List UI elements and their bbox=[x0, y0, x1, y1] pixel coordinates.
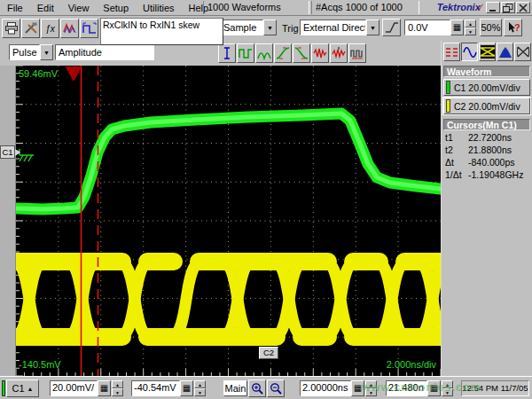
waveform-view-button[interactable] bbox=[461, 43, 478, 61]
trigger-slope-button[interactable] bbox=[382, 19, 401, 36]
double-peak-icon bbox=[257, 46, 271, 60]
menu-setup[interactable]: Setup bbox=[96, 1, 136, 15]
keypad-icon: ▦ bbox=[100, 383, 108, 393]
spin-down-icon[interactable]: ▼ bbox=[465, 27, 476, 35]
right-panel: Waveform C1 20.00mV/div C2 20.00mV/div C… bbox=[441, 41, 532, 376]
menu-utilities[interactable]: Utilities bbox=[136, 1, 181, 15]
noise-burst-icon bbox=[313, 46, 327, 60]
spin-up-icon[interactable]: ▲ bbox=[465, 20, 476, 27]
channel-select-button[interactable]: C1 ▲ bbox=[6, 379, 39, 397]
vertical-offset-keypad-button[interactable]: ▦ bbox=[180, 380, 193, 396]
waveform-count-readout: 1000 Waveforms bbox=[203, 1, 309, 14]
trigger-level-spinner[interactable]: ▲▼ bbox=[465, 20, 476, 35]
clock-readout: 12:54 PM 11/7/05 bbox=[461, 380, 529, 396]
minimize-button[interactable] bbox=[486, 2, 500, 13]
cursor-row-inv-dt: 1/Δt-1.19048GHz bbox=[445, 168, 530, 181]
horizontal-position-spinner[interactable]: ▲▼ bbox=[442, 380, 453, 396]
trigger-level-keypad-button[interactable]: ▦ bbox=[450, 20, 464, 35]
menu-edit[interactable]: Edit bbox=[30, 1, 61, 15]
mask-test-button[interactable] bbox=[514, 43, 531, 61]
eye-pattern-icon bbox=[481, 45, 495, 59]
channel-c1-button[interactable]: C1 20.00mV/div bbox=[443, 79, 530, 96]
trigger-level-input[interactable]: 0.0V bbox=[404, 20, 450, 35]
acquisition-mode-dropdown-icon[interactable]: ▼ bbox=[263, 20, 277, 35]
measurement-tooltip: RxClkIN to RxIN1 skew bbox=[100, 18, 223, 45]
keypad-icon: ▦ bbox=[183, 383, 191, 393]
cursor-readouts: t122.7200ns t221.8800ns Δt-840.000ps 1/Δ… bbox=[445, 131, 530, 181]
horizontal-scale-keypad-button[interactable]: ▦ bbox=[351, 380, 364, 396]
main-view-button[interactable]: Main bbox=[223, 380, 247, 396]
fall-time-icon bbox=[294, 46, 309, 60]
print-button[interactable] bbox=[2, 19, 20, 38]
meas-noise-button[interactable] bbox=[311, 43, 329, 63]
meas-burst-button[interactable] bbox=[255, 43, 273, 63]
vertical-offset-spinner[interactable]: ▲▼ bbox=[194, 380, 206, 396]
context-help-button[interactable]: ? bbox=[504, 19, 522, 36]
meas-pulse-train-button[interactable] bbox=[348, 43, 366, 63]
waveform-icon bbox=[63, 22, 77, 35]
measurement-category-dropdown-icon[interactable]: ▼ bbox=[40, 44, 53, 60]
math-function-button[interactable]: ƒx bbox=[41, 19, 59, 38]
c1-position-marker[interactable]: C1 bbox=[0, 145, 15, 159]
meas-jitter-button[interactable] bbox=[330, 43, 348, 63]
meas-period-button[interactable] bbox=[237, 43, 254, 63]
measurement-category-select[interactable]: Pulse ▼ bbox=[9, 44, 53, 60]
waveform-panel-header: Waveform bbox=[443, 66, 530, 77]
meas-amplitude-button[interactable] bbox=[218, 43, 236, 63]
keypad-icon: ▦ bbox=[453, 22, 461, 32]
zoom-out-button[interactable] bbox=[267, 379, 285, 397]
waveform-display: 59.46mV -140.5mV 2.000ns/div C2 bbox=[16, 66, 441, 376]
meas-fall-time-button[interactable] bbox=[293, 43, 310, 63]
waveform-button[interactable] bbox=[60, 19, 79, 38]
menu-bar: File Edit View Setup Utilities Help 1000… bbox=[0, 0, 532, 16]
set-50-percent-button[interactable]: 50% bbox=[480, 19, 502, 36]
help-pointer-icon: ? bbox=[506, 21, 520, 34]
keypad-icon: ▦ bbox=[430, 383, 438, 393]
scope-canvas[interactable] bbox=[16, 66, 441, 376]
measurement-select[interactable]: Amplitude bbox=[55, 44, 154, 60]
amplitude-icon bbox=[221, 46, 233, 60]
close-button[interactable] bbox=[516, 2, 530, 13]
pulse-icon bbox=[82, 22, 97, 35]
pulse-capture-button[interactable] bbox=[80, 19, 98, 38]
graticule-left-margin bbox=[0, 66, 16, 376]
vertical-scale-input[interactable]: 20.00mV/ bbox=[50, 380, 98, 396]
menu-file[interactable]: File bbox=[0, 1, 30, 15]
acquisition-toolbar: ƒx Sample ▼ Trig External Direct ▼ 0.0V … bbox=[0, 16, 532, 41]
eye-pattern-button[interactable] bbox=[479, 43, 496, 61]
meas-rise-time-button[interactable] bbox=[274, 43, 292, 63]
oscilloscope-app: File Edit View Setup Utilities Help 1000… bbox=[0, 0, 532, 399]
histogram-icon bbox=[498, 45, 512, 59]
chevron-up-icon: ▲ bbox=[27, 386, 34, 392]
horizontal-position-keypad-button[interactable]: ▦ bbox=[427, 380, 441, 396]
acquisition-mode-select[interactable]: Sample ▼ bbox=[220, 20, 277, 35]
vertical-offset-input[interactable]: -40.54mV bbox=[131, 380, 180, 396]
cursors-panel-header: Cursors(Mn C1) bbox=[443, 119, 530, 130]
vertical-scale-keypad-button[interactable]: ▦ bbox=[98, 380, 111, 396]
svg-text:?: ? bbox=[514, 22, 520, 33]
horizontal-scale-input[interactable]: 2.00000ns bbox=[300, 380, 351, 396]
trigger-source-select[interactable]: External Direct ▼ bbox=[300, 20, 379, 35]
magnifier-minus-icon bbox=[270, 382, 283, 395]
horizontal-position-input[interactable]: 21.480n bbox=[386, 380, 427, 396]
cursor-row-t2: t221.8800ns bbox=[445, 144, 530, 156]
keypad-icon: ▦ bbox=[354, 383, 362, 393]
zoom-in-button[interactable] bbox=[248, 379, 266, 397]
trigger-source-dropdown-icon[interactable]: ▼ bbox=[366, 20, 379, 35]
horizontal-status-bar: C1 ▲ 20.00mV/ ▦ ▲▼ -40.54mV ▦ ▲▼ Main 2.… bbox=[0, 376, 532, 399]
tools-icon bbox=[24, 22, 38, 35]
channel-c2-button[interactable]: C2 20.00mV/div bbox=[443, 98, 530, 114]
restore-icon bbox=[503, 4, 513, 12]
setup-tools-button[interactable] bbox=[21, 19, 40, 38]
restore-button[interactable] bbox=[501, 2, 515, 13]
histogram-button[interactable] bbox=[497, 43, 513, 61]
acquisition-mode-value: Sample bbox=[220, 20, 263, 35]
menu-view[interactable]: View bbox=[61, 1, 97, 15]
top-voltage-label: 59.46mV bbox=[19, 68, 58, 79]
minimize-icon bbox=[488, 4, 498, 12]
vertical-scale-spinner[interactable]: ▲▼ bbox=[112, 380, 123, 396]
c2-waveform-tag[interactable]: C2 bbox=[259, 347, 278, 359]
c1-status-stripe bbox=[2, 380, 5, 396]
cursors-mode-button[interactable] bbox=[443, 43, 460, 61]
horizontal-scale-spinner[interactable]: ▲▼ bbox=[365, 380, 377, 396]
